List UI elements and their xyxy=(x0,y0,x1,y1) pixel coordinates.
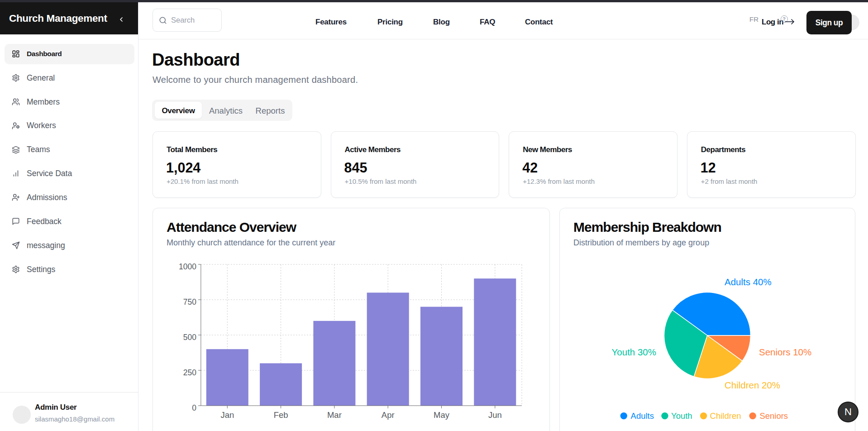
svg-text:1000: 1000 xyxy=(179,262,196,271)
svg-text:500: 500 xyxy=(183,333,196,342)
svg-text:May: May xyxy=(434,410,450,420)
svg-text:0: 0 xyxy=(192,403,196,412)
svg-text:Youth: Youth xyxy=(671,411,692,421)
svg-text:Seniors 10%: Seniors 10% xyxy=(759,347,811,357)
svg-text:Mar: Mar xyxy=(327,410,342,420)
svg-text:Jan: Jan xyxy=(220,410,234,420)
svg-text:Adults 40%: Adults 40% xyxy=(725,277,772,287)
svg-text:Youth 30%: Youth 30% xyxy=(612,347,656,357)
svg-text:Children 20%: Children 20% xyxy=(725,380,780,390)
svg-text:Seniors: Seniors xyxy=(759,411,788,421)
svg-text:Children: Children xyxy=(710,411,741,421)
svg-text:Feb: Feb xyxy=(274,410,288,420)
svg-text:Jun: Jun xyxy=(488,410,502,420)
svg-text:250: 250 xyxy=(183,368,196,377)
svg-text:Apr: Apr xyxy=(382,410,395,420)
svg-text:750: 750 xyxy=(183,297,196,306)
svg-text:Adults: Adults xyxy=(631,411,654,421)
